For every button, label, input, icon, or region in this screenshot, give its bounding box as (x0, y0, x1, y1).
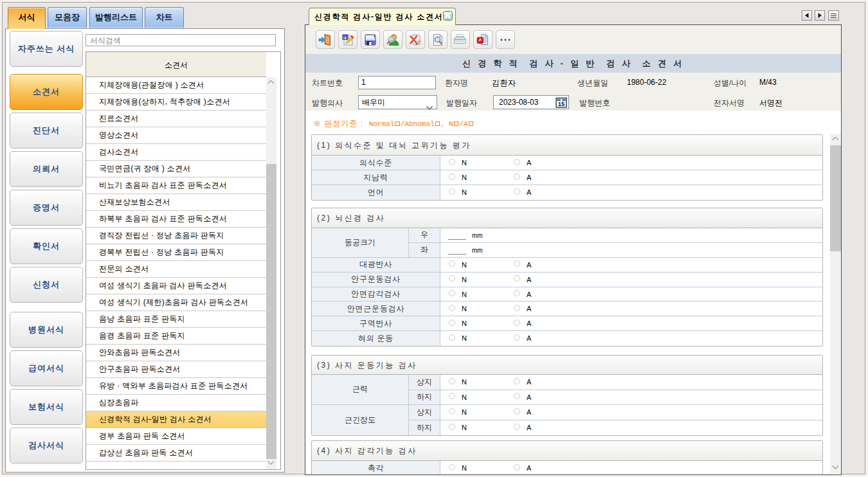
svg-text:15: 15 (558, 100, 565, 107)
